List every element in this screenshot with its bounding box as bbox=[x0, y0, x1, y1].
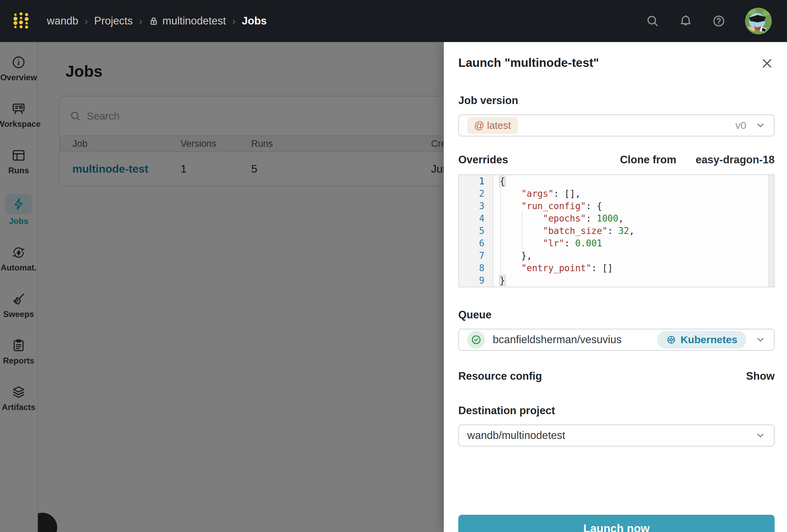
kubernetes-wheel-icon bbox=[666, 335, 676, 345]
queue-select[interactable]: bcanfieldsherman/vesuvius Kubernetes bbox=[458, 329, 775, 351]
top-navbar: wandb › Projects › multinodetest › Jobs bbox=[0, 0, 787, 42]
search-icon[interactable] bbox=[646, 14, 660, 28]
drawer-header: Launch "multinode-test" bbox=[458, 56, 775, 71]
kubernetes-badge: Kubernetes bbox=[657, 331, 746, 349]
job-version-label: Job version bbox=[458, 94, 775, 107]
wandb-logo-icon[interactable] bbox=[8, 8, 34, 34]
breadcrumb-separator: › bbox=[139, 15, 142, 27]
breadcrumb-separator: › bbox=[84, 15, 88, 27]
launch-drawer: Launch "multinode-test" Job version @ la… bbox=[444, 42, 787, 532]
job-version-value: v0 bbox=[735, 120, 746, 131]
overrides-row: Overrides Clone from easy-dragon-18 bbox=[458, 154, 775, 166]
breadcrumb-project-label: multinodetest bbox=[162, 15, 226, 27]
breadcrumb-org[interactable]: wandb bbox=[47, 15, 78, 27]
drawer-title: Launch "multinode-test" bbox=[458, 56, 599, 70]
check-circle-icon bbox=[467, 331, 485, 349]
code-lines: { "args": [], "run_config": { "epochs": … bbox=[493, 175, 768, 287]
bell-icon[interactable] bbox=[679, 14, 693, 28]
chevron-down-icon bbox=[755, 430, 766, 441]
close-icon[interactable] bbox=[759, 56, 775, 71]
help-icon[interactable] bbox=[712, 14, 726, 28]
destination-project-label: Destination project bbox=[458, 405, 775, 417]
breadcrumb: wandb › Projects › multinodetest › Jobs bbox=[47, 15, 267, 27]
editor-scrollbar[interactable] bbox=[768, 175, 774, 287]
breadcrumb-separator: › bbox=[232, 15, 236, 27]
overrides-label: Overrides bbox=[458, 154, 508, 166]
queue-label: Queue bbox=[458, 309, 775, 321]
queue-value: bcanfieldsherman/vesuvius bbox=[493, 334, 622, 346]
clone-source-select[interactable]: easy-dragon-18 bbox=[696, 154, 775, 166]
breadcrumb-page[interactable]: Jobs bbox=[242, 15, 267, 27]
job-version-select[interactable]: @ latest v0 bbox=[458, 114, 775, 136]
code-gutter: 123456789 bbox=[459, 175, 493, 287]
app-root: wandb › Projects › multinodetest › Jobs bbox=[0, 0, 787, 532]
modal-overlay[interactable] bbox=[0, 42, 444, 532]
indent-guide bbox=[522, 212, 522, 249]
breadcrumb-projects[interactable]: Projects bbox=[94, 15, 133, 27]
breadcrumb-project[interactable]: multinodetest bbox=[149, 15, 226, 27]
resource-config-label: Resource config bbox=[458, 370, 542, 382]
launch-now-button[interactable]: Launch now bbox=[458, 515, 775, 532]
latest-alias-tag: @ latest bbox=[467, 117, 518, 134]
destination-project-select[interactable]: wandb/multinodetest bbox=[458, 424, 775, 447]
user-avatar[interactable] bbox=[745, 8, 772, 34]
destination-project-value: wandb/multinodetest bbox=[467, 429, 565, 442]
resource-config-show-button[interactable]: Show bbox=[746, 370, 775, 382]
indent-guide bbox=[500, 187, 501, 274]
kubernetes-badge-label: Kubernetes bbox=[681, 334, 737, 346]
overrides-code-editor[interactable]: 123456789 { "args": [], "run_config": { … bbox=[458, 174, 775, 287]
navbar-actions bbox=[646, 8, 772, 34]
clone-from-label: Clone from bbox=[620, 154, 676, 166]
chevron-down-icon bbox=[755, 120, 766, 131]
chevron-down-icon bbox=[755, 335, 766, 345]
resource-config-row: Resource config Show bbox=[458, 370, 775, 382]
lock-icon bbox=[149, 16, 159, 26]
